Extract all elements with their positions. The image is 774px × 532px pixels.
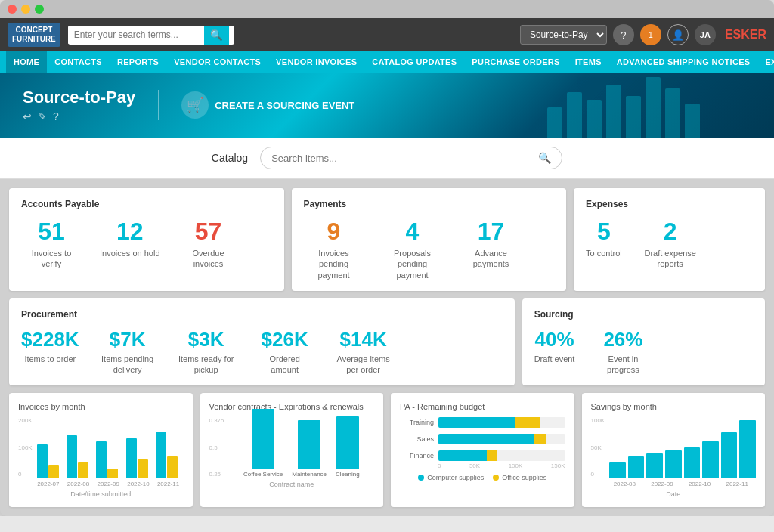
proc-label-2: Items ready for pickup <box>176 354 237 376</box>
payments-metric-0: 9 Invoices pending payment <box>304 218 364 280</box>
proc-value-4: $14K <box>340 329 387 351</box>
sourcing-value-1: 26% <box>603 329 642 351</box>
banner-icon-3[interactable]: ? <box>53 110 59 122</box>
notifications-icon[interactable]: 1 <box>640 24 661 45</box>
savings-bar-2 <box>646 453 663 478</box>
minimize-btn[interactable] <box>21 5 30 14</box>
sourcing-label-0: Draft event <box>534 354 575 364</box>
banner-title: Source-to-Pay <box>23 88 135 107</box>
sourcing-metric-0: 40% Draft event <box>534 329 575 364</box>
vendor-bars: Coffee Service Maintenance Cleaning <box>229 417 374 478</box>
proc-value-3: $26K <box>262 329 308 351</box>
expenses-metrics: 5 To control 2 Draft expense reports <box>586 218 753 270</box>
ap-metric-1: 12 Invoices on hold <box>100 218 160 258</box>
bar-yellow-3 <box>138 459 148 478</box>
help-icon[interactable]: ? <box>613 24 634 45</box>
search-button[interactable]: 🔍 <box>204 26 229 45</box>
accounts-payable-card: Accounts Payable 51 Invoices to verify 1… <box>9 188 284 291</box>
nav-expense-reports[interactable]: EXPENSE REPORTS <box>757 51 774 73</box>
banner-icon-2[interactable]: ✎ <box>38 110 47 122</box>
procurement-card-title: Procurement <box>21 309 503 320</box>
savings-bar-3 <box>665 450 682 478</box>
invoices-chart: 200K 100K 0 <box>18 417 184 478</box>
sourcing-card-title: Sourcing <box>534 309 753 320</box>
pa-bar-yellow-1 <box>534 434 546 444</box>
pa-bar-yellow-0 <box>515 417 540 428</box>
savings-chart-title: Savings by month <box>591 402 757 411</box>
vendor-bar-0: Coffee Service <box>243 409 283 478</box>
proc-value-1: $7K <box>110 329 146 351</box>
main-content: Accounts Payable 51 Invoices to verify 1… <box>0 179 774 516</box>
ap-metrics: 51 Invoices to verify 12 Invoices on hol… <box>21 218 272 270</box>
metrics-row-1: Accounts Payable 51 Invoices to verify 1… <box>9 188 765 291</box>
vendor-xlabel: Contract name <box>209 481 375 488</box>
pa-row-1: Sales <box>400 434 565 444</box>
payments-label-0: Invoices pending payment <box>304 248 364 280</box>
payments-label-1: Proposals pending payment <box>382 248 443 280</box>
nav-vendor-contacts[interactable]: VENDOR CONTACTS <box>166 51 268 73</box>
expenses-label-0: To control <box>586 248 622 258</box>
bar-group-4 <box>156 432 183 478</box>
user-initials-icon[interactable]: JA <box>695 24 716 45</box>
ap-value-0: 51 <box>38 218 65 245</box>
nav-purchase-orders[interactable]: PURCHASE ORDERS <box>464 51 567 73</box>
proc-value-0: $228K <box>21 329 79 351</box>
nav-catalog-updates[interactable]: CATALOG UPDATES <box>364 51 464 73</box>
proc-metric-0: $228K Items to order <box>21 329 79 364</box>
savings-yaxis: 100K 50K 0 <box>591 417 607 478</box>
legend-dot-yellow <box>493 475 499 481</box>
pa-bar-bg-0 <box>438 417 565 428</box>
pa-bar-teal-1 <box>438 434 534 444</box>
search-input[interactable] <box>68 26 204 44</box>
proc-label-3: Ordered amount <box>255 354 315 376</box>
proc-label-4: Average items per order <box>333 354 394 376</box>
invoices-yaxis: 200K 100K 0 <box>18 417 34 478</box>
nav-reports[interactable]: REPORTS <box>110 51 166 73</box>
savings-xlabels: 2022-08 2022-09 2022-10 2022-11 <box>591 481 757 487</box>
pa-bar-bg-2 <box>438 450 565 461</box>
sourcing-label-1: Event in progress <box>593 354 653 376</box>
nav-items[interactable]: ITEMS <box>568 51 609 73</box>
catalog-search-input[interactable] <box>271 153 538 164</box>
vendor-bar-2: Cleaning <box>336 416 360 478</box>
proc-value-2: $3K <box>188 329 224 351</box>
payments-card: Payments 9 Invoices pending payment 4 Pr… <box>292 188 567 291</box>
expenses-metric-1: 2 Draft expense reports <box>640 218 701 270</box>
nav-home[interactable]: HOME <box>6 51 47 73</box>
expenses-metric-0: 5 To control <box>586 218 622 258</box>
global-search[interactable]: 🔍 <box>68 26 234 45</box>
pa-row-0: Training <box>400 417 565 428</box>
catalog-search-box[interactable]: 🔍 <box>260 147 562 169</box>
create-sourcing-button[interactable]: 🛒 CREATE A SOURCING EVENT <box>181 91 354 119</box>
vendor-chart-title: Vendor contracts - Expirations & renewal… <box>209 402 375 411</box>
nav-contacts[interactable]: CONTACTS <box>47 51 110 73</box>
invoices-xlabel: Date/time submitted <box>18 490 184 498</box>
banner-icon-1[interactable]: ↩ <box>23 110 32 122</box>
pa-xlabels: 0 50K 100K 150K <box>400 462 565 469</box>
sourcing-metrics: 40% Draft event 26% Event in progress <box>534 329 753 375</box>
catalog-search-row: Catalog 🔍 <box>0 138 774 179</box>
pa-row-2: Finance <box>400 450 565 461</box>
maximize-btn[interactable] <box>35 5 44 14</box>
close-btn[interactable] <box>8 5 17 14</box>
expenses-card-title: Expenses <box>586 199 753 209</box>
window-titlebar <box>0 0 774 18</box>
payments-value-1: 4 <box>406 218 420 245</box>
pa-chart-title: PA - Remaining budget <box>400 402 565 411</box>
nav-shipping[interactable]: ADVANCED SHIPPING NOTICES <box>609 51 758 73</box>
invoices-bars <box>37 417 184 478</box>
bar-yellow-2 <box>107 469 118 478</box>
user-profile-icon[interactable]: 👤 <box>667 24 689 45</box>
procurement-card: Procurement $228K Items to order $7K Ite… <box>9 298 515 385</box>
vendor-yaxis: 0.375 0.5 0.25 <box>209 417 226 478</box>
proc-metric-1: $7K Items pending delivery <box>98 329 158 375</box>
bar-group-0 <box>37 444 64 478</box>
bar-group-2 <box>96 441 123 478</box>
expenses-value-0: 5 <box>597 218 611 245</box>
metrics-row-2: Procurement $228K Items to order $7K Ite… <box>9 298 765 385</box>
module-selector[interactable]: Source-to-Pay <box>520 25 607 45</box>
bar-teal-0 <box>37 444 48 478</box>
nav-vendor-invoices[interactable]: VENDOR INVOICES <box>268 51 364 73</box>
invoices-chart-title: Invoices by month <box>18 402 184 411</box>
payments-metrics: 9 Invoices pending payment 4 Proposals p… <box>304 218 555 280</box>
